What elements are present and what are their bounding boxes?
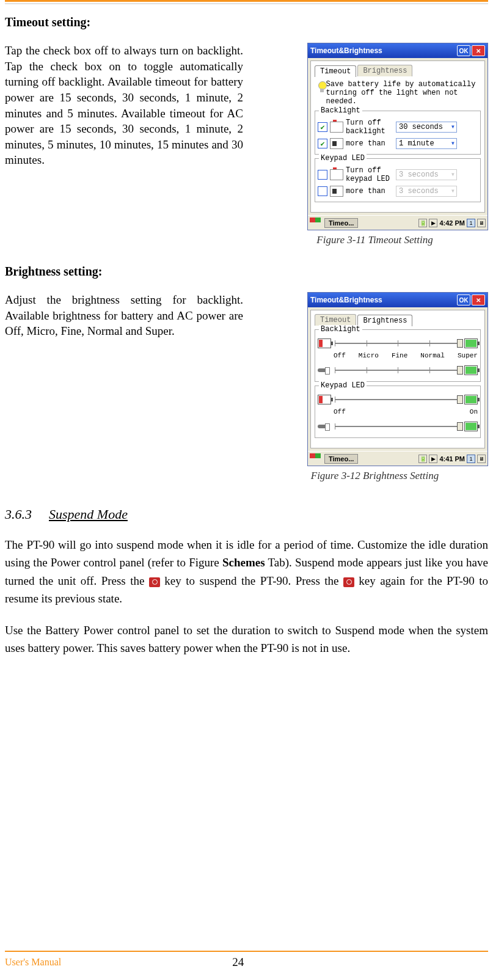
group-keypad-title: Keypad LED: [319, 154, 367, 163]
tray-icon[interactable]: ▶: [429, 455, 437, 463]
screenshot-timeout: Timeout&Brightness OK ✕ Timeout Brightne…: [307, 43, 488, 230]
plug-icon: [330, 138, 343, 149]
group-backlight-title: Backlight: [319, 106, 362, 115]
slider-scale-labels: OffOn: [334, 408, 478, 415]
tab-brightness[interactable]: Brightness: [357, 65, 412, 76]
hint-text: Save battery life by automatically turni…: [326, 80, 481, 106]
battery-full-icon: [464, 395, 478, 404]
slider-scale-labels: OffMicroFineNormalSuper: [334, 352, 478, 359]
plug-icon: [330, 186, 343, 197]
paragraph-timeout: Tap the check box off to always turn on …: [5, 43, 243, 246]
power-key-icon: [343, 577, 354, 587]
slider-keypad-ac[interactable]: [335, 426, 461, 427]
checkbox-keypad-ac[interactable]: [318, 186, 327, 196]
tray-icon[interactable]: 🔋: [418, 219, 427, 227]
taskbar-clock: 4:42 PM: [439, 219, 465, 227]
select-backlight-battery[interactable]: 30 seconds: [396, 122, 457, 133]
select-backlight-ac[interactable]: 1 minute: [396, 138, 457, 149]
slider-keypad-battery[interactable]: [335, 399, 461, 400]
footer-rule: [5, 951, 488, 952]
battery-icon: [330, 169, 343, 180]
close-button[interactable]: ✕: [472, 294, 485, 305]
start-icon[interactable]: [310, 218, 322, 229]
tab-timeout[interactable]: Timeout: [315, 314, 356, 326]
close-button[interactable]: ✕: [472, 45, 485, 56]
select-keypad-ac: 3 seconds: [396, 186, 457, 197]
plug-icon: [318, 422, 331, 431]
tab-timeout[interactable]: Timeout: [315, 65, 356, 77]
tray-desktop-icon[interactable]: 🖥: [477, 455, 486, 463]
figure-caption-1: Figure 3-11 Timeout Setting: [261, 234, 488, 246]
group-backlight-title: Backlight: [319, 325, 362, 334]
checkbox-backlight-ac[interactable]: [318, 139, 327, 148]
heading-timeout: Timeout setting:: [5, 15, 488, 29]
window-title: Timeout&Brightness: [310, 46, 382, 55]
label-turn-off-keypad: Turn offkeypad LED: [346, 166, 393, 183]
checkbox-keypad-battery[interactable]: [318, 170, 327, 180]
tray-number[interactable]: 1: [467, 219, 475, 227]
power-key-icon: [149, 577, 160, 587]
top-rule-grey: [5, 3, 488, 4]
taskbar-clock: 4:41 PM: [439, 455, 465, 463]
start-icon[interactable]: [310, 453, 322, 464]
paragraph-suspend-2: Use the Battery Power control panel to s…: [5, 621, 488, 657]
ok-button[interactable]: OK: [457, 45, 470, 56]
tray-desktop-icon[interactable]: 🖥: [477, 219, 486, 227]
battery-icon: [330, 122, 343, 133]
tab-brightness[interactable]: Brightness: [357, 315, 412, 326]
footer-page-number: 24: [232, 956, 244, 969]
taskbar-app[interactable]: Timeo...: [324, 218, 358, 228]
slider-backlight-ac[interactable]: [335, 370, 461, 371]
figure-caption-2: Figure 3-12 Brightness Setting: [261, 470, 488, 482]
subsection-title: Suspend Mode: [49, 506, 128, 522]
tray-icon[interactable]: 🔋: [418, 455, 427, 463]
plug-icon: [318, 365, 331, 375]
ok-button[interactable]: OK: [457, 294, 470, 305]
paragraph-brightness: Adjust the brightness setting for backli…: [5, 292, 243, 482]
tray-number[interactable]: 1: [467, 455, 475, 463]
label-more-than: more than: [346, 187, 393, 196]
battery-full-icon: [464, 422, 478, 431]
footer-label: User's Manual: [5, 957, 61, 968]
paragraph-suspend-1: The PT-90 will go into suspend mode when…: [5, 536, 488, 608]
label-turn-off-backlight: Turn offbacklight: [346, 119, 393, 136]
bulb-icon: [315, 80, 323, 96]
subsection-number: 3.6.3: [5, 506, 32, 522]
group-keypad-title: Keypad LED: [319, 381, 367, 390]
slider-backlight-battery[interactable]: [335, 343, 461, 344]
taskbar-app[interactable]: Timeo...: [324, 454, 358, 464]
battery-full-icon: [464, 338, 478, 348]
checkbox-backlight-battery[interactable]: [318, 122, 327, 132]
window-title: Timeout&Brightness: [310, 296, 382, 304]
select-keypad-battery: 3 seconds: [396, 169, 457, 180]
tray-icon[interactable]: ▶: [429, 219, 437, 227]
battery-icon: [318, 395, 331, 404]
heading-brightness: Brightness setting:: [5, 265, 488, 279]
screenshot-brightness: Timeout&Brightness OK ✕ Timeout Brightne…: [307, 292, 488, 466]
window-titlebar: Timeout&Brightness OK ✕: [308, 43, 488, 58]
battery-full-icon: [464, 365, 478, 375]
label-more-than: more than: [346, 139, 393, 148]
top-rule-orange: [5, 0, 488, 2]
window-titlebar: Timeout&Brightness OK ✕: [308, 293, 488, 307]
battery-icon: [318, 338, 331, 348]
